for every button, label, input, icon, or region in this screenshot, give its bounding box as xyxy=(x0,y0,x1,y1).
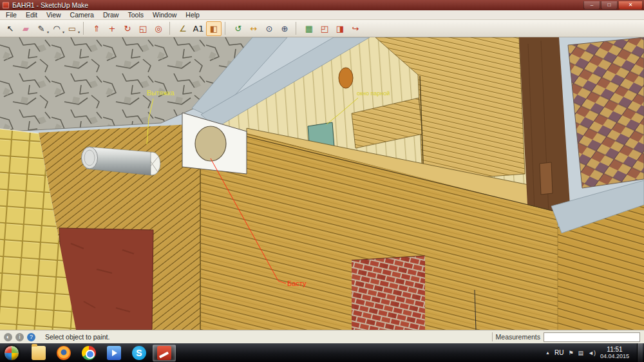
tool-glyph-icon: ◎ xyxy=(155,24,162,33)
menu-item[interactable]: Edit xyxy=(21,10,42,20)
window-controls: – □ ✕ xyxy=(583,1,643,10)
tool-glyph-icon: ⊕ xyxy=(281,24,289,33)
tool-rotate[interactable]: ↻ xyxy=(120,21,135,36)
toolbar-separator xyxy=(296,22,299,35)
credits-icon[interactable]: i xyxy=(15,333,24,341)
window-title: БАНЯ1 - SketchUp Make xyxy=(12,1,88,9)
sketchup-app-icon xyxy=(3,2,9,8)
tool-glyph-icon: ◨ xyxy=(336,24,344,33)
minimize-button[interactable]: – xyxy=(583,1,600,10)
menu-item[interactable]: View xyxy=(42,10,66,20)
tool-glyph-icon: ∠ xyxy=(179,24,187,33)
tool-move[interactable]: + xyxy=(104,21,120,36)
menu-bar: FileEditViewCameraDrawToolsWindowHelp xyxy=(0,10,644,20)
tool-glyph-icon: ◧ xyxy=(210,24,218,33)
tool-scale[interactable]: ◱ xyxy=(135,21,151,36)
status-hint: Select object to paint. xyxy=(45,333,109,341)
tool-glyph-icon: ↻ xyxy=(124,24,131,33)
tool-tape-measure[interactable]: ∠ xyxy=(175,21,191,36)
tool-glyph-icon: ▰ xyxy=(23,24,29,33)
menu-item[interactable]: Draw xyxy=(99,10,124,20)
tool-glyph-icon: + xyxy=(109,24,116,33)
tool-glyph-icon: ✎ xyxy=(38,24,45,33)
tray-date: 04.04.2015 xyxy=(600,353,629,360)
scene-3d: Вытяжка окно парной Басту xyxy=(0,37,644,330)
toolbar-separator xyxy=(83,22,87,35)
taskbar-chrome[interactable] xyxy=(77,345,100,361)
taskbar-apps xyxy=(27,345,176,361)
tool-zoom-extents[interactable]: ⊕ xyxy=(277,21,292,36)
tool-eraser[interactable]: ▰ xyxy=(18,21,33,36)
explorer-icon xyxy=(32,346,46,360)
tray-time: 11:51 xyxy=(600,346,629,353)
tool-glyph-icon: ↔ xyxy=(251,24,258,33)
show-desktop-button[interactable] xyxy=(637,343,643,362)
taskbar-firefox[interactable] xyxy=(52,345,75,361)
taskbar: ▲ RU ⚑ ▤ ◄) 11:51 04.04.2015 xyxy=(0,343,644,362)
tool-glyph-icon: A1 xyxy=(193,24,204,33)
status-separator xyxy=(492,332,493,341)
chrome-icon xyxy=(82,346,96,360)
menu-item[interactable]: Camera xyxy=(66,10,99,20)
firefox-icon xyxy=(57,346,71,360)
tool-select[interactable]: ↖ xyxy=(3,21,18,36)
menu-item[interactable]: Help xyxy=(181,10,204,20)
brick-wall-patch xyxy=(352,256,425,330)
tool-line[interactable]: ✎ ▾ xyxy=(33,21,49,36)
measurements-input[interactable] xyxy=(544,332,640,342)
tool-glyph-icon: ◠ xyxy=(53,24,60,33)
title-bar: БАНЯ1 - SketchUp Make – □ ✕ xyxy=(0,0,644,10)
tool-zoom[interactable]: ⊙ xyxy=(261,21,277,36)
tool-glyph-icon: ↺ xyxy=(235,24,242,33)
taskbar-explorer[interactable] xyxy=(27,345,50,361)
sketchup-window: БАНЯ1 - SketchUp Make – □ ✕ FileEditView… xyxy=(0,0,644,362)
toolbar-separator xyxy=(225,22,229,35)
menu-item[interactable]: File xyxy=(1,10,21,20)
help-icon[interactable]: ? xyxy=(27,333,35,341)
measurements-label: Measurements xyxy=(496,333,540,341)
dropdown-arrow-icon: ▾ xyxy=(78,30,80,34)
toolbar: ↖ ▰ ✎ ▾ ◠ ▾ ▭ ▾ ⇑ + ↻ xyxy=(0,20,644,37)
toolbar-separator xyxy=(169,22,173,35)
tool-glyph-icon: ▦ xyxy=(305,24,313,33)
hidden-icons-button[interactable]: ▲ xyxy=(545,350,550,355)
action-center-icon[interactable]: ⚑ xyxy=(568,350,573,356)
taskbar-media-player[interactable] xyxy=(102,345,126,361)
tool-send-to-layout[interactable]: ↪ xyxy=(348,21,363,36)
taskbar-skype[interactable] xyxy=(128,345,151,361)
maximize-button[interactable]: □ xyxy=(601,1,618,10)
media-player-icon xyxy=(107,346,121,360)
tool-glyph-icon: ⇑ xyxy=(93,24,100,33)
start-button[interactable] xyxy=(4,345,19,361)
skype-icon xyxy=(132,346,146,360)
volume-icon[interactable]: ◄) xyxy=(588,350,596,356)
menu-item[interactable]: Window xyxy=(148,10,181,20)
tool-rectangle[interactable]: ▭ ▾ xyxy=(64,21,80,36)
tool-glyph-icon: ↖ xyxy=(7,24,14,33)
label-exhaust: Вытяжка xyxy=(147,89,175,97)
label-bastu: Басту xyxy=(287,280,307,287)
tool-3d-warehouse[interactable]: ◰ xyxy=(317,21,332,36)
network-icon[interactable]: ▤ xyxy=(578,350,584,356)
tool-share-model[interactable]: ◨ xyxy=(332,21,348,36)
label-window: окно парной xyxy=(357,90,390,97)
maroon-panel xyxy=(59,228,153,330)
language-indicator[interactable]: RU xyxy=(554,349,564,356)
tool-glyph-icon: ↪ xyxy=(352,24,359,33)
tool-glyph-icon: ▭ xyxy=(68,24,76,33)
tool-text[interactable]: A1 xyxy=(191,21,206,36)
menu-item[interactable]: Tools xyxy=(123,10,148,20)
tool-arc[interactable]: ◠ ▾ xyxy=(49,21,64,36)
geolocation-icon[interactable]: ◐ xyxy=(4,333,12,341)
close-button[interactable]: ✕ xyxy=(618,1,643,10)
system-tray: ▲ RU ⚑ ▤ ◄) 11:51 04.04.2015 xyxy=(545,343,644,362)
tool-pan[interactable]: ↔ xyxy=(246,21,261,36)
tool-orbit[interactable]: ↺ xyxy=(231,21,246,36)
tool-offset[interactable]: ◎ xyxy=(151,21,166,36)
tool-paint-bucket[interactable]: ◧ xyxy=(206,21,222,36)
tool-push-pull[interactable]: ⇑ xyxy=(89,21,104,36)
viewport-3d[interactable]: Вытяжка окно парной Басту xyxy=(0,37,644,330)
taskbar-sketchup[interactable] xyxy=(153,345,176,361)
tool-get-models[interactable]: ▦ xyxy=(301,21,317,36)
tray-clock[interactable]: 11:51 04.04.2015 xyxy=(600,346,629,360)
